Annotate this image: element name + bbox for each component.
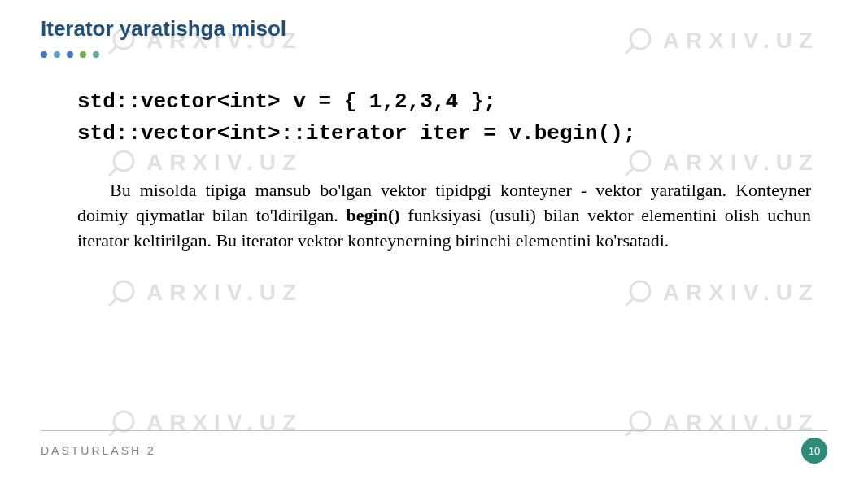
- dot-icon: [93, 51, 99, 58]
- code-line: std::vector<int> v = { 1,2,3,4 };: [77, 86, 827, 118]
- slide-content: Iterator yaratishga misol std::vector<in…: [0, 0, 868, 488]
- title-decoration-dots: [41, 51, 827, 58]
- dot-icon: [67, 51, 73, 58]
- dot-icon: [54, 51, 60, 58]
- page-number-badge: 10: [801, 438, 827, 464]
- slide-footer: DASTURLASH 2 10: [41, 430, 827, 464]
- paragraph-bold: begin(): [347, 205, 400, 225]
- code-line: std::vector<int>::iterator iter = v.begi…: [77, 118, 827, 150]
- explanation-paragraph: Bu misolda tipiga mansub bo'lgan vektor …: [77, 178, 811, 253]
- dot-icon: [80, 51, 86, 58]
- footer-label: DASTURLASH 2: [41, 444, 156, 457]
- code-example: std::vector<int> v = { 1,2,3,4 }; std::v…: [77, 86, 827, 150]
- slide-title: Iterator yaratishga misol: [41, 16, 827, 41]
- dot-icon: [41, 51, 47, 58]
